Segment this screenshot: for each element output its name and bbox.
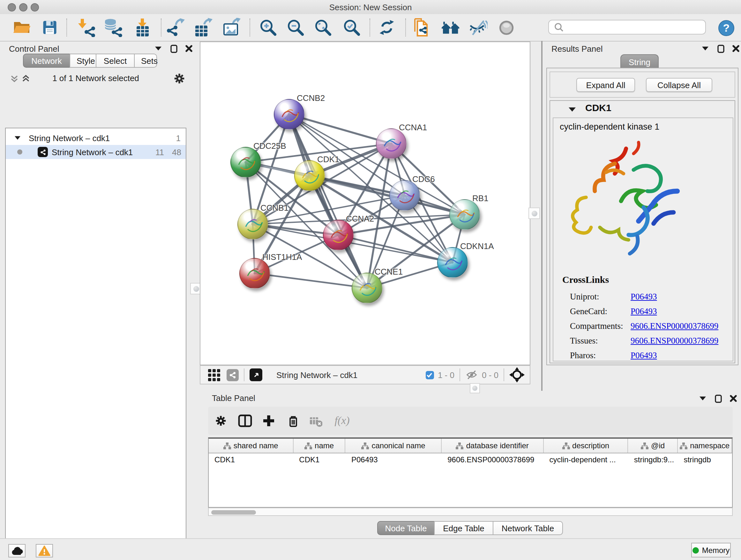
crosslink-row: Pharos:P06493 xyxy=(553,348,734,363)
crosslink-link[interactable]: P06493 xyxy=(630,350,657,361)
tab-node-table[interactable]: Node Table xyxy=(377,521,434,535)
share-view-icon[interactable] xyxy=(226,369,239,381)
splitter-grip[interactable] xyxy=(529,207,540,219)
expand-all-networks-icon[interactable] xyxy=(22,75,30,82)
network-node-cdkn1a[interactable] xyxy=(437,247,468,278)
table-cell: 9606.ENSP00000378699 xyxy=(442,453,543,466)
collapse-all-networks-icon[interactable] xyxy=(10,75,18,82)
tab-select[interactable]: Select xyxy=(96,54,135,68)
column-header-database-identifier[interactable]: database identifier xyxy=(442,439,543,453)
open-session-icon[interactable] xyxy=(12,18,31,37)
zoom-selected-icon[interactable] xyxy=(342,18,361,37)
network-node-label: CCNB1 xyxy=(260,203,288,212)
network-node-hist1h1a[interactable] xyxy=(239,258,270,289)
grid-view-icon[interactable] xyxy=(208,369,220,381)
delete-column-icon[interactable] xyxy=(285,414,300,428)
save-session-icon[interactable] xyxy=(40,18,59,37)
crosslink-label: GeneCard: xyxy=(553,306,630,316)
network-node-ccnb1[interactable] xyxy=(238,209,268,240)
expand-all-button[interactable]: Expand All xyxy=(576,78,635,92)
import-network-file-icon[interactable] xyxy=(77,18,96,37)
network-node-ccnb2[interactable] xyxy=(274,99,305,130)
delete-table-icon[interactable] xyxy=(308,414,324,428)
cloud-icon[interactable] xyxy=(8,544,25,557)
import-network-database-icon[interactable] xyxy=(104,18,123,37)
add-column-icon[interactable] xyxy=(261,414,276,428)
export-network-icon[interactable] xyxy=(166,18,185,37)
table-row[interactable]: CDK1CDK1P064939606.ENSP00000378699cyclin… xyxy=(209,453,732,466)
search-input[interactable] xyxy=(567,22,705,32)
network-collection-row[interactable]: String Network – cdk1 1 xyxy=(6,131,186,145)
gene-collapse-icon[interactable] xyxy=(569,107,576,112)
crosslinks-list: Uniprot:P06493GeneCard:P06493Compartment… xyxy=(553,289,734,363)
export-image-icon[interactable] xyxy=(221,18,241,37)
network-options-gear-icon[interactable] xyxy=(174,73,185,84)
warning-icon[interactable] xyxy=(36,544,53,557)
table-horizontal-scrollbar[interactable] xyxy=(208,508,733,516)
column-header-canonical-name[interactable]: canonical name xyxy=(346,439,442,453)
show-all-icon[interactable] xyxy=(441,18,460,37)
tab-style[interactable]: Style xyxy=(70,54,96,68)
crosslink-link[interactable]: 9606.ENSP00000378699 xyxy=(630,321,718,331)
network-node-cdk1[interactable] xyxy=(294,160,325,191)
export-table-icon[interactable] xyxy=(193,18,212,37)
panel-close-icon[interactable] xyxy=(184,44,194,54)
crosslink-link[interactable]: P06493 xyxy=(630,306,657,316)
collapse-all-button[interactable]: Collapse All xyxy=(646,78,712,92)
panel-close-icon[interactable] xyxy=(728,393,738,403)
scrollbar-thumb[interactable] xyxy=(211,510,256,514)
tab-sets[interactable]: Sets xyxy=(134,54,157,68)
panel-float-icon[interactable] xyxy=(716,44,726,54)
refresh-icon[interactable] xyxy=(377,18,396,37)
toolbar-separator xyxy=(66,18,67,37)
crosslink-link[interactable]: P06493 xyxy=(630,292,657,302)
hide-selected-icon[interactable] xyxy=(468,18,488,37)
tab-network[interactable]: Network xyxy=(23,54,70,68)
zoom-in-icon[interactable] xyxy=(259,18,278,37)
network-node-label: CDK1 xyxy=(317,154,339,164)
navigator-crosshair-icon[interactable] xyxy=(509,367,525,382)
column-header-name[interactable]: name xyxy=(293,439,346,453)
columns-icon[interactable] xyxy=(238,414,253,428)
crosslink-link[interactable]: 9606.ENSP00000378699 xyxy=(630,335,718,346)
network-row[interactable]: String Network – cdk1 11 48 xyxy=(6,145,186,159)
column-header-shared-name[interactable]: shared name xyxy=(209,439,293,453)
network-node-ccna1[interactable] xyxy=(376,128,407,159)
network-node-label: CDC6 xyxy=(412,174,435,184)
zoom-fit-icon[interactable] xyxy=(313,18,333,37)
network-node-cdc25b[interactable] xyxy=(230,147,261,178)
hidden-eye-icon[interactable] xyxy=(465,369,478,381)
tab-network-table[interactable]: Network Table xyxy=(493,521,563,535)
render-detail-icon[interactable] xyxy=(496,18,516,37)
column-header-namespace[interactable]: namespace xyxy=(678,439,732,453)
panel-dropdown-icon[interactable] xyxy=(697,393,708,403)
network-canvas[interactable]: CCNB2 CCNA1 CDC25B CDK1 CDC6 RB1 CCNB1 C… xyxy=(200,42,530,365)
selected-checkbox-icon[interactable] xyxy=(426,371,434,379)
panel-float-icon[interactable] xyxy=(713,393,723,403)
crosslink-row: Tissues:9606.ENSP00000378699 xyxy=(553,333,734,348)
function-builder-icon[interactable]: f(x) xyxy=(331,414,354,428)
import-table-icon[interactable] xyxy=(133,18,152,37)
zoom-out-icon[interactable] xyxy=(286,18,305,37)
tree-expand-icon[interactable] xyxy=(15,135,20,140)
table-cell: CDK1 xyxy=(293,453,346,466)
birdseye-icon[interactable] xyxy=(250,368,262,381)
help-icon[interactable]: ? xyxy=(718,19,735,37)
memory-button[interactable]: Memory xyxy=(691,543,731,557)
gear-icon[interactable] xyxy=(213,414,228,428)
tab-string[interactable]: String xyxy=(620,54,659,69)
clone-network-icon[interactable] xyxy=(412,18,431,37)
column-header-description[interactable]: description xyxy=(543,439,628,453)
tab-edge-table[interactable]: Edge Table xyxy=(434,521,493,535)
panel-close-icon[interactable] xyxy=(731,44,741,54)
vertical-splitter[interactable] xyxy=(541,41,542,391)
network-node-ccne1[interactable] xyxy=(352,273,382,303)
column-header--id[interactable]: @id xyxy=(628,439,678,453)
network-node-rb1[interactable] xyxy=(449,199,480,230)
network-node-ccna2[interactable] xyxy=(323,220,354,250)
panel-dropdown-icon[interactable] xyxy=(700,44,711,54)
crosslink-label: Uniprot: xyxy=(553,292,630,302)
network-node-cdc6[interactable] xyxy=(389,180,420,211)
panel-dropdown-icon[interactable] xyxy=(153,44,163,54)
panel-float-icon[interactable] xyxy=(169,44,179,54)
